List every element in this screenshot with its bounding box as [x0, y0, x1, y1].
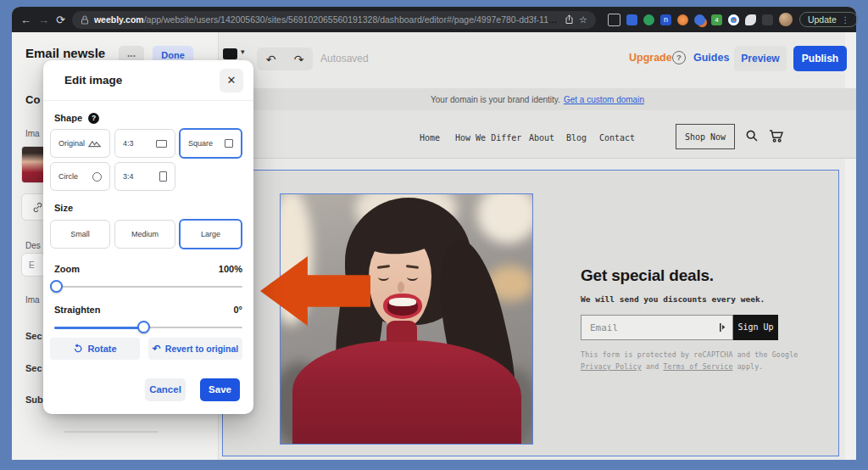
straighten-label: Straighten: [54, 305, 100, 315]
url-bar[interactable]: weebly.com/app/website/users/142005630/s…: [72, 11, 596, 29]
extension-icon[interactable]: [677, 14, 688, 25]
domain-banner: Your domain is your brand identity. Get …: [219, 88, 856, 110]
cart-icon[interactable]: [768, 128, 784, 143]
zoom-value: 100%: [219, 264, 242, 274]
revert-to-original-button[interactable]: ↶ Revert to original: [148, 338, 242, 360]
size-section-label: Size: [54, 203, 73, 213]
custom-domain-link[interactable]: Get a custom domain: [564, 95, 644, 104]
shape-help-icon[interactable]: ?: [88, 113, 99, 124]
extension-icon[interactable]: [643, 14, 654, 25]
terms-of-service-link[interactable]: Terms of Service: [663, 362, 732, 371]
cancel-button[interactable]: Cancel: [145, 378, 186, 401]
image2-field-label: Ima: [25, 295, 40, 305]
back-button[interactable]: ←: [20, 14, 31, 25]
close-button[interactable]: ✕: [220, 69, 243, 92]
section-row-1[interactable]: Sec: [25, 331, 42, 341]
help-icon[interactable]: ?: [672, 51, 686, 64]
nose-shadow: [398, 282, 404, 293]
zoom-slider-handle[interactable]: [50, 280, 63, 293]
preview-button[interactable]: Preview: [734, 46, 787, 71]
size-option-medium[interactable]: Medium: [114, 220, 175, 249]
extension-icon[interactable]: 4: [711, 14, 722, 25]
email-placeholder: Email: [590, 322, 719, 333]
chevron-down-icon[interactable]: ▾: [241, 48, 245, 56]
extension-icon[interactable]: [626, 14, 637, 25]
profile-avatar[interactable]: [779, 13, 793, 26]
bokeh-light: [477, 193, 533, 243]
save-button[interactable]: Save: [200, 378, 240, 401]
link-icon: [32, 202, 43, 213]
straighten-slider-handle[interactable]: [137, 321, 150, 333]
update-button[interactable]: Update⋮: [799, 12, 858, 27]
text-cursor-icon: [719, 323, 726, 332]
element-type-icon[interactable]: [223, 48, 237, 59]
nav-link-about[interactable]: About: [529, 133, 554, 143]
ratio-4-3-icon: [156, 140, 167, 148]
privacy-policy-link[interactable]: Privacy Policy: [581, 362, 642, 371]
site-image-woman-portrait[interactable]: [280, 193, 533, 445]
shape-option-square[interactable]: Square: [179, 128, 242, 159]
domain-banner-text: Your domain is your brand identity.: [431, 95, 560, 104]
forward-button[interactable]: →: [38, 14, 49, 25]
undo-redo-group: ↶ ↷: [257, 48, 313, 70]
shape-option-original[interactable]: Original: [50, 129, 110, 158]
original-crop-icon: [88, 139, 102, 148]
star-icon[interactable]: ☆: [579, 14, 587, 25]
nav-link-home[interactable]: Home: [420, 133, 440, 143]
extension-icon[interactable]: n: [660, 14, 671, 25]
redo-button[interactable]: ↷: [294, 53, 304, 66]
nav-link-how-we-differ[interactable]: How We Differ: [455, 133, 521, 143]
upgrade-link[interactable]: Upgrade: [629, 52, 672, 64]
sidebar-ext-icon[interactable]: [608, 14, 620, 26]
chrome-icon[interactable]: [728, 14, 739, 25]
side-panel-icon[interactable]: [762, 14, 773, 25]
size-option-small[interactable]: Small: [50, 220, 110, 249]
shape-section-label: Shape: [54, 113, 82, 123]
section-row-2[interactable]: Sec: [25, 363, 42, 373]
straighten-slider-fill: [54, 327, 144, 329]
modal-divider: [43, 100, 253, 101]
teeth: [389, 298, 416, 306]
nav-link-contact[interactable]: Contact: [599, 133, 635, 143]
size-option-large[interactable]: Large: [179, 219, 242, 249]
red-sweater: [292, 340, 521, 445]
zoom-label: Zoom: [54, 264, 80, 274]
desktop: ← → ⟳ weebly.com/app/website/users/14200…: [0, 0, 868, 470]
shape-option-circle[interactable]: Circle: [50, 162, 110, 191]
guides-link[interactable]: Guides: [693, 52, 729, 64]
extension-icon[interactable]: [694, 14, 705, 25]
puzzle-extensions-icon[interactable]: [745, 14, 756, 25]
url-text: weebly.com/app/website/users/142005630/s…: [94, 14, 559, 25]
shop-now-button[interactable]: Shop Now: [676, 124, 735, 149]
modal-title: Edit image: [64, 74, 122, 87]
shape-option-4-3[interactable]: 4:3: [114, 129, 175, 158]
share-icon[interactable]: [565, 14, 574, 25]
zoom-slider-track[interactable]: [54, 286, 242, 288]
edit-image-modal: Edit image ✕ Shape ? Original 4:3 Square…: [43, 60, 253, 414]
rotate-button[interactable]: Rotate: [50, 338, 140, 360]
lock-icon: [81, 15, 89, 25]
sidebar-divider: [64, 431, 159, 433]
description-field-label: Des: [25, 241, 41, 250]
publish-button[interactable]: Publish: [793, 46, 847, 71]
signup-button[interactable]: Sign Up: [733, 315, 778, 340]
square-icon: [225, 139, 233, 148]
sidebar-panel-title: Email newsle: [25, 46, 105, 60]
subscribe-row[interactable]: Sub: [25, 394, 43, 405]
extensions-row: n 4: [608, 13, 793, 26]
deals-heading: Get special deals.: [581, 266, 714, 285]
menu-dots-icon[interactable]: ⋮: [841, 14, 850, 25]
browser-toolbar: ← → ⟳ weebly.com/app/website/users/14200…: [12, 7, 856, 32]
autosaved-status: Autosaved: [320, 53, 369, 64]
shape-option-3-4[interactable]: 3:4: [114, 162, 175, 191]
sidebar-content-heading: Co: [25, 93, 40, 106]
undo-button[interactable]: ↶: [266, 53, 276, 66]
email-input[interactable]: Email: [581, 315, 733, 340]
deals-subheading: We will send you discounts every week.: [581, 294, 765, 304]
nav-link-blog[interactable]: Blog: [566, 133, 587, 143]
reload-button[interactable]: ⟳: [56, 14, 65, 25]
search-icon[interactable]: [745, 129, 759, 143]
turtleneck-collar: [387, 321, 417, 342]
recaptcha-note-line1: This form is protected by reCAPTCHA and …: [581, 350, 798, 359]
rotate-icon: [73, 344, 83, 354]
